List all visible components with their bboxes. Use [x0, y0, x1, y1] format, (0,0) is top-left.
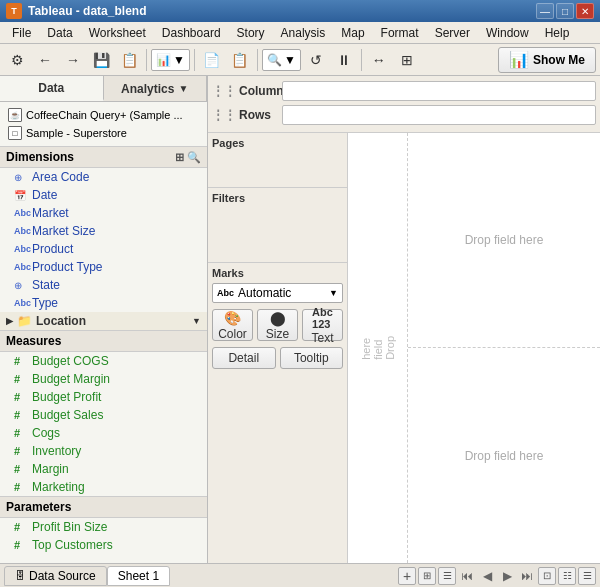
location-group[interactable]: ▶ 📁 Location ▼: [0, 312, 207, 330]
columns-icon: ⋮⋮: [212, 84, 236, 98]
marks-size-label: Size: [266, 327, 289, 341]
measures-header: Measures: [0, 330, 207, 352]
data-source-item-2[interactable]: □ Sample - Superstore: [4, 124, 203, 142]
drop-field-left-text: Drop field here: [360, 336, 396, 360]
field-hash-icon-10: #: [14, 539, 28, 551]
canvas-area[interactable]: Drop field here Drop field here Drop fie…: [348, 133, 600, 563]
nav-prev-button[interactable]: ◀: [478, 567, 496, 585]
tab-analytics[interactable]: Analytics ▼: [104, 76, 208, 101]
toolbar-refresh-button[interactable]: ↺: [303, 47, 329, 73]
field-state[interactable]: ⊕ State: [0, 276, 207, 294]
maximize-button[interactable]: □: [556, 3, 574, 19]
columns-shelf-row: ⋮⋮ Columns: [212, 80, 596, 102]
marks-size-button[interactable]: ⬤ Size: [257, 309, 298, 341]
dimensions-label: Dimensions: [6, 150, 74, 164]
sheet-tab[interactable]: Sheet 1: [107, 566, 170, 586]
field-product-type[interactable]: Abc Product Type: [0, 258, 207, 276]
field-abc-icon-4: Abc: [14, 262, 28, 272]
field-product[interactable]: Abc Product: [0, 240, 207, 258]
toolbar-save-button[interactable]: 💾: [88, 47, 114, 73]
close-button[interactable]: ✕: [576, 3, 594, 19]
field-budget-profit[interactable]: # Budget Profit: [0, 388, 207, 406]
marks-text-button[interactable]: Abc123 Text: [302, 309, 343, 341]
status-add-sheet-button[interactable]: +: [398, 567, 416, 585]
toolbar-view-dropdown[interactable]: 🔍 ▼: [262, 49, 301, 71]
toolbar-fit-button[interactable]: ↔: [366, 47, 392, 73]
drop-zone-left[interactable]: Drop field here: [348, 133, 408, 563]
app-icon: T: [6, 3, 22, 19]
status-pages-button[interactable]: ☰: [578, 567, 596, 585]
data-source-icon-1: ☕: [8, 108, 22, 122]
menu-server[interactable]: Server: [427, 24, 478, 42]
data-source-item-1[interactable]: ☕ CoffeeChain Query+ (Sample ...: [4, 106, 203, 124]
minimize-button[interactable]: —: [536, 3, 554, 19]
toolbar-pause-button[interactable]: ⏸: [331, 47, 357, 73]
data-source-icon-2: □: [8, 126, 22, 140]
pages-body[interactable]: [212, 153, 343, 183]
field-budget-sales[interactable]: # Budget Sales: [0, 406, 207, 424]
menu-story[interactable]: Story: [229, 24, 273, 42]
nav-first-button[interactable]: ⏮: [458, 567, 476, 585]
toolbar-forward-button[interactable]: →: [60, 47, 86, 73]
field-top-customers[interactable]: # Top Customers: [0, 536, 207, 554]
marks-color-button[interactable]: 🎨 Color: [212, 309, 253, 341]
field-budget-cogs[interactable]: # Budget COGS: [0, 352, 207, 370]
tab-data[interactable]: Data: [0, 76, 104, 101]
toolbar-back-button[interactable]: ←: [32, 47, 58, 73]
marks-dropdown-arrow-icon: ▼: [329, 288, 338, 298]
drop-zone-top[interactable]: Drop field here: [408, 133, 600, 348]
toolbar-viz-dropdown[interactable]: 📊 ▼: [151, 49, 190, 71]
field-date[interactable]: 📅 Date: [0, 186, 207, 204]
field-hash-icon-9: #: [14, 521, 28, 533]
nav-next-button[interactable]: ▶: [498, 567, 516, 585]
menu-help[interactable]: Help: [537, 24, 578, 42]
data-source-tab[interactable]: 🗄 Data Source: [4, 566, 107, 586]
field-market[interactable]: Abc Market: [0, 204, 207, 222]
menu-map[interactable]: Map: [333, 24, 372, 42]
field-margin[interactable]: # Margin: [0, 460, 207, 478]
toolbar-copy-button[interactable]: 📋: [116, 47, 142, 73]
field-cogs[interactable]: # Cogs: [0, 424, 207, 442]
field-hash-icon-7: #: [14, 463, 28, 475]
field-marketing[interactable]: # Marketing: [0, 478, 207, 496]
menu-file[interactable]: File: [4, 24, 39, 42]
right-area: ⋮⋮ Columns ⋮⋮ Rows Pages: [208, 76, 600, 563]
status-filmstrip-button[interactable]: ⊡: [538, 567, 556, 585]
window-controls[interactable]: — □ ✕: [536, 3, 594, 19]
toolbar-new-sheet-button[interactable]: 📄: [199, 47, 225, 73]
location-options-icon[interactable]: ▼: [192, 316, 201, 326]
field-inventory[interactable]: # Inventory: [0, 442, 207, 460]
status-list-view-button[interactable]: ☰: [438, 567, 456, 585]
toolbar-dup-sheet-button[interactable]: 📋: [227, 47, 253, 73]
field-list: ⊕ Area Code 📅 Date Abc Market Abc Market…: [0, 168, 207, 563]
field-profit-bin-size[interactable]: # Profit Bin Size: [0, 518, 207, 536]
menu-worksheet[interactable]: Worksheet: [81, 24, 154, 42]
dimensions-search-icon[interactable]: 🔍: [187, 151, 201, 164]
field-type[interactable]: Abc Type: [0, 294, 207, 312]
rows-drop-zone[interactable]: [282, 105, 596, 125]
dimensions-grid-icon[interactable]: ⊞: [175, 151, 184, 164]
menu-format[interactable]: Format: [373, 24, 427, 42]
marks-type-label: Automatic: [238, 286, 291, 300]
drop-zone-bottom[interactable]: Drop field here: [408, 348, 600, 563]
field-area-code[interactable]: ⊕ Area Code: [0, 168, 207, 186]
menu-analysis[interactable]: Analysis: [273, 24, 334, 42]
toolbar-undo-icon[interactable]: ⚙: [4, 47, 30, 73]
toolbar-zoom-button[interactable]: ⊞: [394, 47, 420, 73]
menu-window[interactable]: Window: [478, 24, 537, 42]
marks-detail-button[interactable]: Detail: [212, 347, 276, 369]
field-budget-margin[interactable]: # Budget Margin: [0, 370, 207, 388]
menu-dashboard[interactable]: Dashboard: [154, 24, 229, 42]
columns-drop-zone[interactable]: [282, 81, 596, 101]
marks-detail-row: Detail Tooltip: [212, 347, 343, 369]
menu-data[interactable]: Data: [39, 24, 80, 42]
marks-type-dropdown[interactable]: Abc Automatic ▼: [212, 283, 343, 303]
field-market-size[interactable]: Abc Market Size: [0, 222, 207, 240]
marks-tooltip-button[interactable]: Tooltip: [280, 347, 344, 369]
filters-body[interactable]: [212, 208, 343, 258]
status-bar: 🗄 Data Source Sheet 1 + ⊞ ☰ ⏮ ◀ ▶ ⏭ ⊡ ☷ …: [0, 563, 600, 587]
status-tabs-button[interactable]: ☷: [558, 567, 576, 585]
show-me-button[interactable]: 📊 Show Me: [498, 47, 596, 73]
nav-last-button[interactable]: ⏭: [518, 567, 536, 585]
status-grid-view-button[interactable]: ⊞: [418, 567, 436, 585]
